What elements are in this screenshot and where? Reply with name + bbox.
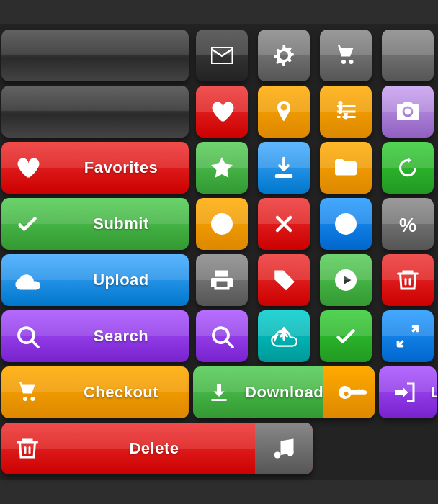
svg-point-1 (339, 109, 343, 114)
login-button[interactable]: Login (379, 366, 437, 418)
svg-text:%: % (399, 215, 416, 236)
svg-text:i: i (344, 216, 348, 233)
download-label: Download (245, 383, 323, 402)
sliders-button[interactable] (320, 86, 372, 138)
search-icon (14, 323, 40, 349)
resize-icon (395, 323, 421, 349)
svg-text:i: i (220, 216, 224, 233)
print-button[interactable] (196, 254, 248, 306)
refresh-icon (395, 155, 421, 181)
favorites-icon-area (1, 142, 53, 194)
svg-point-0 (339, 104, 343, 109)
checkout-icon-area (1, 366, 53, 418)
folder-button[interactable] (320, 142, 372, 194)
close-button[interactable] (258, 198, 310, 250)
tag-icon (271, 267, 297, 293)
bar-empty-1 (1, 30, 189, 81)
key-icon-area (323, 366, 375, 418)
button-grid: Favorites Submit i i % Upload (0, 24, 438, 480)
music-icon (271, 436, 297, 462)
info-icon: i (209, 211, 235, 237)
submit-button[interactable]: Submit (1, 198, 189, 250)
favorites-button[interactable]: Favorites (1, 142, 189, 194)
bar-empty-2 (1, 86, 189, 138)
upload-cloud2-icon (271, 323, 297, 349)
search-label: Search (53, 327, 189, 346)
camera-icon (395, 99, 421, 125)
upload-label: Upload (53, 271, 189, 289)
login-icon (392, 379, 418, 405)
delete-button[interactable]: Delete (1, 423, 313, 474)
pin-icon (271, 99, 297, 125)
play-button[interactable] (320, 254, 372, 306)
search-sq-button[interactable] (196, 310, 248, 362)
delete-label: Delete (53, 439, 255, 458)
music-icon-area (255, 423, 313, 474)
heart-sq-button[interactable] (196, 86, 248, 138)
pin-button[interactable] (258, 86, 310, 138)
check-sq-icon (333, 323, 359, 349)
gear-icon (271, 42, 297, 68)
upload-cloud-icon (14, 267, 40, 293)
star-button[interactable] (196, 142, 248, 194)
upload-button[interactable]: Upload (1, 254, 189, 306)
svg-point-2 (344, 115, 348, 120)
mail-icon (209, 42, 235, 68)
upload-cloud-button[interactable] (258, 310, 310, 362)
svg-point-15 (274, 452, 281, 459)
search-button[interactable]: Search (1, 310, 189, 362)
cart-icon (333, 42, 359, 68)
sliders-icon (333, 99, 359, 125)
info2-icon: i (333, 211, 359, 237)
gear-button[interactable] (258, 30, 310, 81)
submit-icon-area (1, 198, 53, 250)
download-icon-area (193, 366, 245, 418)
resize-button[interactable] (382, 310, 434, 362)
check-icon (14, 211, 40, 237)
check-sq-button[interactable] (320, 310, 372, 362)
blank-button-1[interactable] (382, 30, 434, 81)
delete-icon-area (1, 423, 53, 474)
camera-button[interactable] (382, 86, 434, 138)
mail-button[interactable] (196, 30, 248, 81)
refresh-button[interactable] (382, 142, 434, 194)
trash-button-1[interactable] (382, 254, 434, 306)
play-icon (333, 267, 359, 293)
download-button[interactable]: Download (193, 366, 375, 418)
download-arrow-icon (271, 155, 297, 181)
download-arrow-button[interactable] (258, 142, 310, 194)
info2-button[interactable]: i (320, 198, 372, 250)
print-icon (209, 267, 235, 293)
svg-line-12 (32, 341, 38, 347)
percent-button[interactable]: % (382, 198, 434, 250)
cart-button[interactable] (320, 30, 372, 81)
info-button[interactable]: i (196, 198, 248, 250)
search-icon-area (1, 310, 53, 362)
svg-line-14 (227, 341, 233, 347)
trash2-icon (14, 436, 40, 462)
upload-icon-area (1, 254, 53, 306)
trash-icon-1 (395, 267, 421, 293)
key-icon (334, 374, 371, 411)
favorites-label: Favorites (53, 158, 189, 177)
checkout-label: Checkout (53, 383, 189, 402)
tag-button[interactable] (258, 254, 310, 306)
download2-icon (206, 379, 232, 405)
checkout-button[interactable]: Checkout (1, 366, 189, 418)
submit-label: Submit (53, 215, 189, 233)
search-sq-icon (209, 323, 235, 349)
cart2-icon (14, 379, 40, 405)
svg-point-16 (287, 450, 294, 456)
close-icon (271, 211, 297, 237)
heart-sq-icon (209, 99, 235, 125)
star-icon (209, 155, 235, 181)
login-icon-area (379, 366, 431, 418)
heart-icon (14, 155, 40, 181)
svg-rect-3 (275, 174, 292, 178)
folder-icon (333, 155, 359, 181)
login-label: Login (431, 383, 437, 402)
percent-icon: % (395, 211, 421, 237)
